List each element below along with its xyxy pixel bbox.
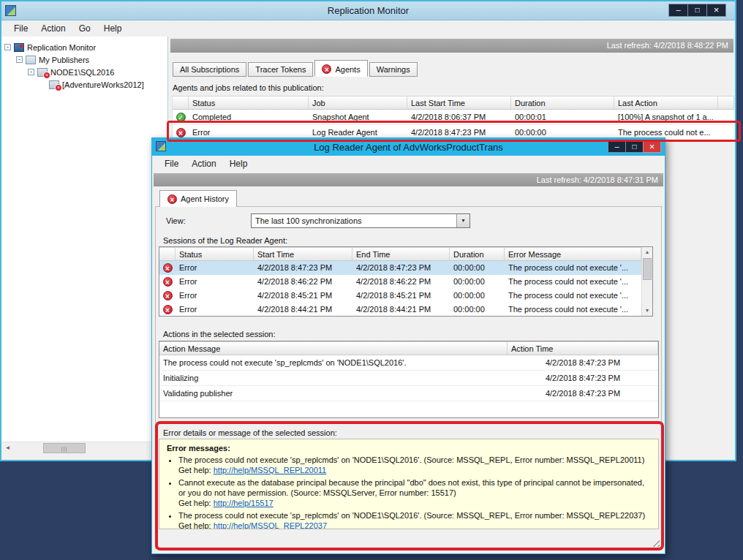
menu-action[interactable]: Action (185, 157, 222, 170)
sessions-vertical-scrollbar[interactable] (641, 247, 652, 316)
error-text: Cannot execute as the database principal… (178, 478, 644, 497)
duration-cell: 00:00:00 (450, 275, 505, 289)
menu-action[interactable]: Action (34, 22, 72, 35)
table-row[interactable]: Error 4/2/2018 8:47:23 PM 4/2/2018 8:47:… (159, 261, 641, 275)
get-help-line: Get help: http://help/MSSQL_REPL22037 (178, 521, 327, 529)
agents-table: Status Job Last Start Time Duration Last… (172, 96, 734, 140)
close-icon[interactable] (643, 140, 661, 153)
maximize-icon[interactable] (625, 140, 644, 153)
tree-item-my-publishers[interactable]: My Publishers (4, 53, 167, 66)
column-header-job[interactable]: Job (309, 96, 407, 110)
agent-history-panel: View: The last 100 synchronizations Sess… (155, 206, 662, 549)
collapse-expander-icon[interactable] (28, 69, 34, 75)
table-row[interactable]: Error 4/2/2018 8:44:21 PM 4/2/2018 8:44:… (159, 303, 641, 317)
status-icon-column-header[interactable] (159, 247, 176, 261)
tab-agents[interactable]: Agents (314, 60, 367, 77)
get-help-label: Get help: (178, 499, 211, 507)
resize-grip[interactable] (650, 537, 660, 547)
column-header-last-start-time[interactable]: Last Start Time (407, 96, 511, 110)
table-row[interactable]: Completed Snapshot Agent 4/2/2018 8:06:3… (173, 110, 734, 125)
row-status-cell (159, 289, 176, 303)
table-row[interactable]: Validating publisher 4/2/2018 8:47:23 PM (159, 386, 658, 401)
actions-table: Action Message Action Time The process c… (159, 341, 659, 418)
help-link[interactable]: http://help/MSSQL_REPL20011 (214, 466, 327, 474)
column-header-start-time[interactable]: Start Time (254, 247, 352, 261)
column-header-action-time[interactable]: Action Time (508, 341, 658, 355)
tree-item-node1-sql2016[interactable]: NODE1\SQL2016 (4, 66, 167, 78)
get-help-line: Get help: http://help/MSSQL_REPL20011 (178, 466, 326, 474)
row-status-cell (159, 303, 176, 317)
main-titlebar[interactable]: Replication Monitor (1, 1, 735, 20)
maximize-icon[interactable] (687, 4, 707, 17)
error-message-cell: The process could not execute '... (505, 275, 641, 289)
tree-item-label: Replication Monitor (27, 43, 96, 52)
main-menubar: File Action Go Help (1, 20, 735, 37)
tab-warnings[interactable]: Warnings (369, 62, 418, 77)
publication-tabs: All Subscriptions Tracer Tokens Agents W… (173, 60, 735, 77)
view-label: View: (166, 216, 186, 225)
tab-label: Agent History (181, 194, 229, 203)
status-cell: Error (176, 289, 254, 303)
action-message-cell: Initializing (159, 371, 508, 385)
table-row[interactable]: Error 4/2/2018 8:46:22 PM 4/2/2018 8:46:… (159, 275, 641, 289)
column-header-last-action[interactable]: Last Action (614, 96, 718, 110)
action-time-cell: 4/2/2018 8:47:23 PM (508, 386, 658, 401)
agent-titlebar[interactable]: Log Reader Agent of AdvWorksProductTrans (152, 138, 665, 156)
menu-go[interactable]: Go (72, 22, 97, 35)
tree-item-adventureworks2012[interactable]: [AdventureWorks2012] (4, 78, 167, 91)
success-status-icon (176, 113, 186, 122)
tab-all-subscriptions[interactable]: All Subscriptions (173, 62, 246, 77)
agents-table-header: Status Job Last Start Time Duration Last… (173, 96, 734, 110)
error-text: The process could not execute 'sp_replcm… (178, 511, 645, 520)
error-badge-icon (43, 72, 50, 79)
collapse-expander-icon[interactable] (16, 56, 23, 63)
error-details-box: Error messages: The process could not ex… (159, 439, 659, 529)
error-status-icon (163, 263, 173, 273)
table-row[interactable]: The process could not execute 'sp_replcm… (159, 355, 658, 371)
column-header-status[interactable]: Status (189, 96, 309, 110)
help-link[interactable]: http://help/15517 (214, 499, 274, 507)
close-icon[interactable] (706, 4, 726, 17)
replication-monitor-icon (14, 43, 24, 52)
scroll-down-icon[interactable] (642, 306, 652, 316)
column-header-action-message[interactable]: Action Message (159, 341, 508, 355)
scrollbar-track[interactable] (14, 442, 154, 454)
menu-help[interactable]: Help (97, 22, 129, 35)
minimize-icon[interactable] (668, 4, 688, 17)
menu-file[interactable]: File (7, 22, 34, 35)
tree-horizontal-scrollbar[interactable] (1, 442, 167, 454)
menu-help[interactable]: Help (223, 157, 254, 170)
filler-cell (718, 110, 734, 124)
scrollbar-thumb[interactable] (643, 258, 652, 280)
column-header-duration[interactable]: Duration (450, 247, 505, 261)
error-status-icon (163, 277, 173, 287)
tab-tracer-tokens[interactable]: Tracer Tokens (248, 62, 313, 77)
duration-cell: 00:00:00 (450, 289, 505, 303)
start-time-cell: 4/2/2018 8:44:21 PM (254, 303, 352, 317)
scroll-up-icon[interactable] (642, 247, 652, 257)
end-time-cell: 4/2/2018 8:46:22 PM (352, 275, 450, 289)
column-header-end-time[interactable]: End Time (352, 247, 450, 261)
scrollbar-thumb[interactable] (43, 443, 86, 453)
scroll-left-icon[interactable] (1, 442, 14, 454)
column-header-error-message[interactable]: Error Message (505, 247, 641, 261)
view-dropdown[interactable]: The last 100 synchronizations (251, 213, 470, 228)
minimize-icon[interactable] (608, 140, 626, 153)
tree-item-label: [AdventureWorks2012] (62, 80, 144, 89)
tab-agent-history[interactable]: Agent History (159, 190, 237, 207)
tree-item-replication-monitor[interactable]: Replication Monitor (4, 41, 167, 53)
help-link[interactable]: http://help/MSSQL_REPL22037 (214, 521, 327, 529)
end-time-cell: 4/2/2018 8:45:21 PM (352, 289, 450, 303)
collapse-expander-icon[interactable] (4, 44, 11, 50)
menu-file[interactable]: File (158, 157, 185, 170)
chevron-down-icon[interactable] (456, 214, 469, 227)
column-header-duration[interactable]: Duration (511, 96, 614, 110)
agent-window-controls (608, 140, 661, 153)
status-icon-column-header[interactable] (173, 96, 189, 110)
table-row[interactable]: Initializing 4/2/2018 8:47:23 PM (159, 371, 658, 386)
last-start-cell: 4/2/2018 8:06:37 PM (407, 110, 511, 124)
error-status-icon (176, 128, 186, 137)
tree-item-label: NODE1\SQL2016 (50, 68, 114, 77)
table-row[interactable]: Error 4/2/2018 8:45:21 PM 4/2/2018 8:45:… (159, 289, 641, 303)
column-header-status[interactable]: Status (176, 247, 254, 261)
